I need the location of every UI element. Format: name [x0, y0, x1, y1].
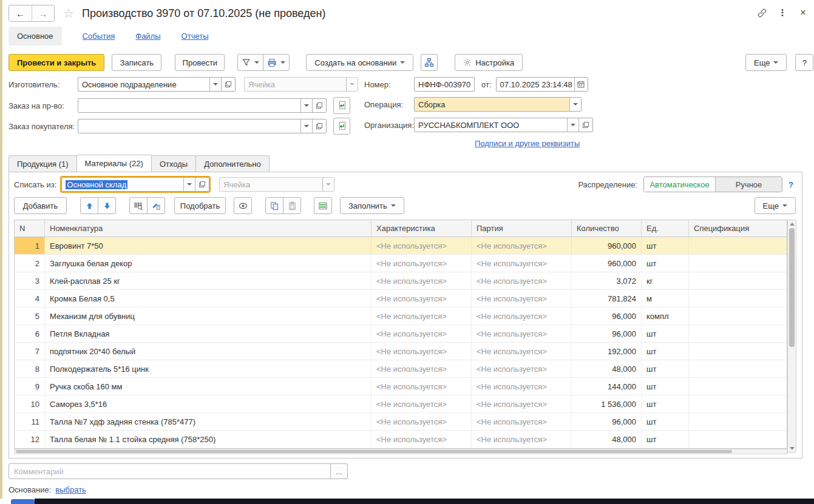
writeoff-dropdown-icon[interactable] — [183, 178, 195, 191]
prod-order-field[interactable] — [78, 98, 327, 113]
cell-batch[interactable]: <Не используется> — [472, 360, 572, 377]
cell-nomenclature[interactable]: Талла белая № 1.1 стойка средняя (758*25… — [45, 431, 371, 448]
post-button[interactable]: Провести — [175, 54, 225, 71]
favorite-star-icon[interactable]: ☆ — [63, 6, 74, 21]
tab-otchety[interactable]: Отчеты — [181, 32, 209, 41]
cell-quantity[interactable]: 960,000 — [572, 237, 642, 254]
scroll-down-icon[interactable] — [790, 447, 795, 450]
cell-batch[interactable]: <Не используется> — [472, 395, 572, 412]
table-row[interactable]: 11 Талла №7 хдф задняя стенка (785*477) … — [15, 413, 787, 431]
cell-nomenclature[interactable]: Кромка Белая 0,5 — [45, 290, 371, 307]
cell-batch[interactable]: <Не используется> — [472, 290, 572, 307]
prod-order-fill-button[interactable] — [333, 97, 350, 114]
col-header-characteristic[interactable]: Характеристика — [371, 220, 472, 237]
cell-nomenclature[interactable]: Механизм для обувниц — [45, 307, 371, 324]
cell-characteristic[interactable]: <Не используется> — [371, 395, 472, 412]
date-field[interactable]: 07.10.2025 23:14:48 — [496, 77, 588, 92]
cell-unit[interactable]: шт — [642, 237, 689, 254]
cell-nomenclature[interactable]: Талла №7 хдф задняя стенка (785*477) — [45, 413, 371, 430]
cell-nomenclature[interactable]: Саморез 3,5*16 — [45, 395, 371, 412]
cell-unit[interactable]: кг — [642, 272, 689, 289]
cell-quantity[interactable]: 96,000 — [572, 325, 642, 342]
help-button[interactable]: ? — [795, 54, 813, 71]
cell-n[interactable]: 6 — [15, 325, 45, 342]
cell-specification[interactable] — [689, 378, 787, 395]
barcode-scan-button[interactable] — [129, 197, 148, 214]
cell-specification[interactable] — [689, 307, 787, 324]
cell-n[interactable]: 4 — [15, 290, 45, 307]
view-button[interactable] — [234, 197, 252, 214]
forward-button[interactable]: → — [32, 5, 54, 21]
writeoff-field[interactable]: Основной склад — [61, 177, 209, 192]
col-header-unit[interactable]: Ед. — [642, 220, 689, 237]
cell-n[interactable]: 12 — [15, 431, 45, 448]
tab-othody[interactable]: Отходы — [151, 155, 196, 172]
manufacturer-open-icon[interactable] — [221, 78, 235, 91]
table-row[interactable]: 1 Евровинт 7*50 <Не используется> <Не ис… — [15, 237, 787, 255]
cell-characteristic[interactable]: <Не используется> — [371, 237, 472, 254]
cell-batch[interactable]: <Не используется> — [472, 307, 572, 324]
basis-select-link[interactable]: выбрать — [55, 485, 86, 494]
cell-unit[interactable]: шт — [642, 413, 689, 430]
cell-specification[interactable] — [689, 255, 787, 272]
cell-nomenclature[interactable]: Петля Вкладная — [45, 325, 371, 342]
customer-order-dropdown-icon[interactable] — [300, 119, 312, 133]
operation-field[interactable]: Сборка — [414, 97, 582, 112]
cell-n[interactable]: 11 — [15, 413, 45, 430]
cell-characteristic[interactable]: <Не используется> — [371, 431, 472, 448]
table-row[interactable]: 4 Кромка Белая 0,5 <Не используется> <Не… — [15, 290, 787, 307]
col-header-n[interactable]: N — [15, 220, 45, 237]
back-button[interactable]: ← — [9, 5, 32, 21]
more-button[interactable]: Еще — [745, 54, 787, 71]
cell-unit[interactable]: м — [642, 290, 689, 307]
link-icon[interactable] — [755, 5, 769, 20]
cell-n[interactable]: 1 — [15, 237, 45, 254]
organization-field[interactable]: РУССНАБКОМПЛЕКТ ООО — [414, 118, 593, 132]
operation-dropdown-icon[interactable] — [569, 98, 581, 111]
cell-quantity[interactable]: 48,000 — [572, 431, 642, 448]
scroll-up-icon[interactable] — [790, 223, 795, 226]
cell-specification[interactable] — [689, 395, 787, 412]
save-button[interactable]: Записать — [112, 54, 161, 71]
comment-expand-button[interactable]: ... — [331, 463, 348, 479]
cell-characteristic[interactable]: <Не используется> — [371, 290, 472, 307]
cell-quantity[interactable]: 781,824 — [572, 290, 642, 307]
prod-order-open-icon[interactable] — [312, 99, 326, 112]
table-row[interactable]: 7 подпятник 20*40 белый <Не используется… — [15, 343, 787, 360]
cell-quantity[interactable]: 1 536,000 — [572, 395, 642, 412]
cell-batch[interactable]: <Не используется> — [472, 343, 572, 360]
manufacturer-dropdown-icon[interactable] — [209, 78, 221, 91]
table-row[interactable]: 12 Талла белая № 1.1 стойка средняя (758… — [15, 431, 787, 448]
cell-unit[interactable]: шт — [642, 255, 689, 272]
move-up-button[interactable] — [80, 197, 98, 214]
cell-quantity[interactable]: 3,072 — [572, 272, 642, 289]
signatures-link[interactable]: Подписи и другие реквизиты — [475, 139, 580, 148]
table-row[interactable]: 3 Клей-расплав 25 кг <Не используется> <… — [15, 272, 787, 290]
tab-fayly[interactable]: Файлы — [135, 32, 160, 41]
table-hscrollbar[interactable] — [14, 449, 787, 454]
col-header-nomenclature[interactable]: Номенклатура — [45, 220, 371, 237]
cell-unit[interactable]: шт — [642, 343, 689, 360]
distribution-help-link[interactable]: ? — [789, 180, 793, 189]
table-row[interactable]: 6 Петля Вкладная <Не используется> <Не и… — [15, 325, 787, 343]
prod-order-dropdown-icon[interactable] — [300, 99, 312, 112]
tab-osnovnoe[interactable]: Основное — [8, 27, 62, 45]
fill-table-button[interactable] — [314, 197, 332, 214]
cell-characteristic[interactable]: <Не используется> — [371, 272, 472, 289]
number-field[interactable]: НФНФ-003970 — [414, 77, 475, 92]
cell-specification[interactable] — [689, 290, 787, 307]
cell-specification[interactable] — [689, 343, 787, 360]
cell-unit[interactable]: шт — [642, 431, 689, 448]
cell-batch[interactable]: <Не используется> — [472, 378, 572, 395]
materials-more-button[interactable]: Еще — [755, 197, 796, 214]
tab-dopolnitelno[interactable]: Дополнительно — [195, 155, 270, 172]
organization-dropdown-icon[interactable] — [567, 118, 578, 132]
table-row[interactable]: 5 Механизм для обувниц <Не используется>… — [15, 307, 787, 325]
cell-characteristic[interactable]: <Не используется> — [371, 325, 472, 342]
cell-quantity[interactable]: 96,000 — [572, 307, 642, 324]
calendar-icon[interactable] — [574, 78, 588, 91]
structure-button[interactable] — [421, 54, 438, 71]
table-vscrollbar[interactable] — [787, 220, 796, 453]
cell-characteristic[interactable]: <Не используется> — [371, 378, 472, 395]
cell-nomenclature[interactable]: Клей-расплав 25 кг — [45, 272, 371, 289]
